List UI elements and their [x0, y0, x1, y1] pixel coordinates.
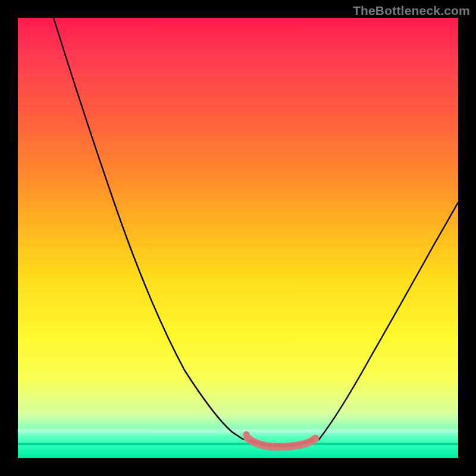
- watermark-text: TheBottleneck.com: [353, 4, 470, 18]
- curve-svg: [18, 18, 458, 458]
- chart-frame: [18, 18, 458, 458]
- bottleneck-curve-left: [54, 18, 243, 439]
- plateau-marker-dot: [243, 431, 250, 438]
- bottleneck-curve-right: [318, 202, 458, 440]
- plot-area: [18, 18, 458, 458]
